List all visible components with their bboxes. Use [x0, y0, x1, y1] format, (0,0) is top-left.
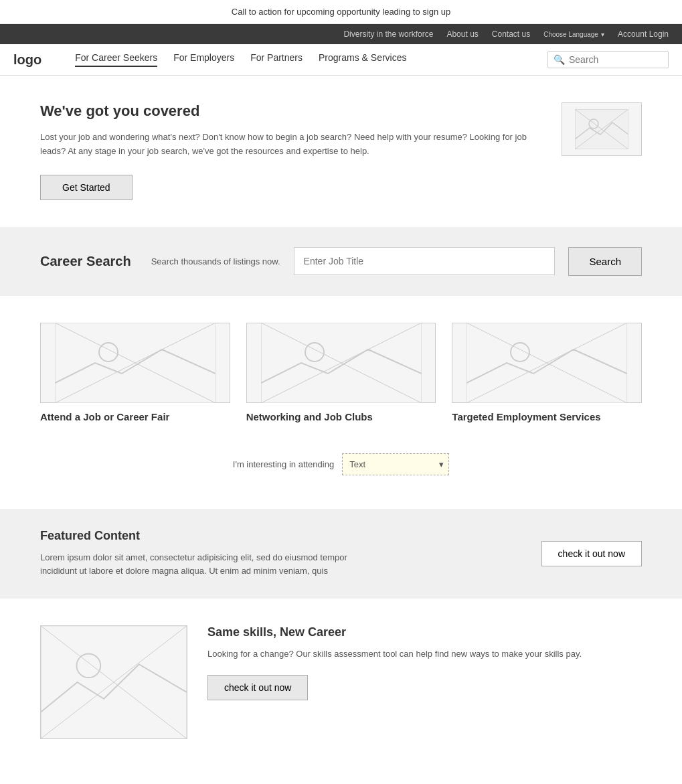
card-job-fair: Attend a Job or Career Fair [40, 323, 230, 422]
nav-about[interactable]: About us [446, 29, 478, 39]
search-icon: 🔍 [553, 54, 565, 65]
language-arrow: ▾ [601, 31, 604, 38]
card-image-networking [246, 323, 436, 403]
search-input[interactable] [569, 54, 663, 65]
dropdown-wrapper: Text ▾ [342, 453, 449, 475]
attending-dropdown[interactable]: Text [342, 453, 449, 475]
secondary-nav: Diversity in the workforce About us Cont… [0, 24, 682, 44]
featured-text: Featured Content Lorem ipsum dolor sit a… [40, 529, 375, 579]
featured-body: Lorem ipsum dolor sit amet, consectetur … [40, 551, 375, 579]
featured-title: Featured Content [40, 529, 375, 543]
same-skills-body: Looking for a change? Our skills assessm… [207, 647, 582, 661]
nav-programs[interactable]: Programs & Services [319, 52, 406, 67]
nav-contact[interactable]: Contact us [492, 29, 530, 39]
card-image-targeted [452, 323, 642, 403]
dropdown-prefix: I'm interesting in attending [233, 459, 334, 469]
language-dropdown[interactable]: Choose Language ▾ [543, 31, 604, 38]
career-search-section: Career Search Search thousands of listin… [0, 227, 682, 296]
dropdown-row: I'm interesting in attending Text ▾ [40, 443, 642, 495]
career-search-button[interactable]: Search [568, 247, 642, 276]
banner-text: Call to action for upcoming opportunity … [232, 7, 450, 17]
account-login[interactable]: Account Login [618, 29, 669, 39]
hero-title: We've got you covered [40, 102, 535, 120]
card-networking: Networking and Job Clubs [246, 323, 436, 422]
hero-image [562, 102, 642, 156]
same-skills-title: Same skills, New Career [207, 625, 582, 639]
nav-employers[interactable]: For Employers [173, 52, 234, 67]
same-skills-section: Same skills, New Career Looking for a ch… [0, 599, 682, 766]
card-title-job-fair: Attend a Job or Career Fair [40, 411, 230, 422]
hero-text: We've got you covered Lost your job and … [40, 102, 535, 200]
language-label: Choose Language [543, 31, 598, 38]
primary-nav-links: For Career Seekers For Employers For Par… [75, 52, 527, 67]
nav-career-seekers[interactable]: For Career Seekers [75, 52, 157, 67]
nav-partners[interactable]: For Partners [250, 52, 303, 67]
card-image-job-fair [40, 323, 230, 403]
card-title-targeted: Targeted Employment Services [452, 411, 642, 422]
site-logo: logo [13, 52, 41, 68]
same-skills-image [40, 625, 187, 739]
same-skills-text: Same skills, New Career Looking for a ch… [207, 625, 582, 700]
featured-cta-button[interactable]: check it out now [541, 541, 642, 566]
featured-content-section: Featured Content Lorem ipsum dolor sit a… [0, 509, 682, 599]
job-title-input[interactable] [294, 247, 556, 275]
hero-body: Lost your job and wondering what's next?… [40, 131, 535, 159]
top-banner: Call to action for upcoming opportunity … [0, 0, 682, 24]
cards-section: Attend a Job or Career Fair Networking a… [0, 296, 682, 509]
career-search-subtitle: Search thousands of listings now. [151, 256, 280, 266]
primary-nav: logo For Career Seekers For Employers Fo… [0, 44, 682, 76]
same-skills-cta-button[interactable]: check it out now [207, 675, 308, 700]
card-targeted: Targeted Employment Services [452, 323, 642, 422]
hero-section: We've got you covered Lost your job and … [0, 76, 682, 227]
career-search-title: Career Search [40, 254, 131, 269]
nav-diversity[interactable]: Diversity in the workforce [343, 29, 433, 39]
primary-search-bar: 🔍 [547, 51, 669, 68]
get-started-button[interactable]: Get Started [40, 175, 133, 200]
card-title-networking: Networking and Job Clubs [246, 411, 436, 422]
cards-grid: Attend a Job or Career Fair Networking a… [40, 323, 642, 422]
